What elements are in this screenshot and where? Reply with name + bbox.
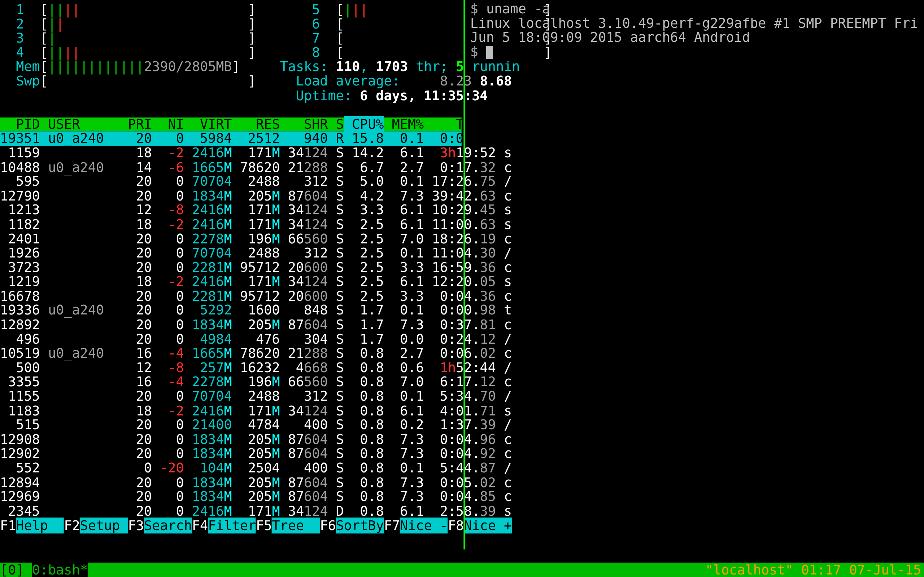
process-header[interactable]: PID USER PRI NI VIRT RES SHR S CPU% MEM%… [0, 117, 462, 132]
function-key-bar[interactable]: F1Help F2Setup F3SearchF4FilterF5Tree F6… [0, 519, 462, 533]
process-row[interactable]: 500 12 -8 257M 16232 4668 S 0.8 0.6 1h52… [0, 361, 462, 376]
statusbar-left: [0] 0:bash* [0, 562, 88, 577]
pane-divider[interactable] [464, 0, 465, 550]
shell-prompt[interactable]: $ [470, 45, 924, 60]
process-row[interactable]: 10488 u0_a240 14 -6 1665M 78620 21288 S … [0, 160, 462, 174]
process-row[interactable]: 515 20 0 21400 4784 400 S 0.8 0.2 1:37.3… [0, 418, 462, 433]
fkey-F2[interactable]: F2 [64, 518, 80, 534]
process-row[interactable]: 552 0 -20 104M 2504 400 S 0.8 0.1 5:44.8… [0, 461, 462, 475]
shell-cmd-line: $ uname -a [470, 2, 924, 16]
meters-block: 1 [|||| ] 5 [||| ] 2 [|| ] 6 [ ] 3 [| ] … [0, 0, 462, 117]
fkey-F4[interactable]: F4 [192, 518, 208, 534]
htop-pane[interactable]: 1 [|||| ] 5 [||| ] 2 [|| ] 6 [ ] 3 [| ] … [0, 0, 462, 562]
shell-pane[interactable]: $ uname -a Linux localhost 3.10.49-perf-… [468, 0, 924, 562]
fkey-F1[interactable]: F1 [0, 518, 16, 534]
process-row[interactable]: 1926 20 0 70704 2488 312 S 2.5 0.1 11:04… [0, 246, 462, 261]
process-row[interactable]: 1182 18 -2 2416M 171M 34124 S 2.5 6.1 11… [0, 218, 462, 232]
process-row[interactable]: 3723 20 0 2281M 95712 20600 S 2.5 3.3 16… [0, 261, 462, 275]
process-row[interactable]: 1155 20 0 70704 2488 312 S 0.8 0.1 5:34.… [0, 390, 462, 404]
tmux-statusbar[interactable]: [0] 0:bash* "localhost" 01:17 07-Jul-15 [0, 562, 924, 577]
process-row[interactable]: 12908 20 0 1834M 205M 87604 S 0.8 7.3 0:… [0, 432, 462, 447]
fkey-F3[interactable]: F3 [128, 518, 144, 534]
process-row[interactable]: 1183 18 -2 2416M 171M 34124 S 0.8 6.1 4:… [0, 404, 462, 418]
process-list[interactable]: 1159 18 -2 2416M 171M 34124 S 14.2 6.1 3… [0, 146, 462, 519]
process-row[interactable]: 12790 20 0 1834M 205M 87604 S 4.2 7.3 39… [0, 189, 462, 203]
statusbar-right: "localhost" 01:17 07-Jul-15 [705, 562, 924, 577]
process-row[interactable]: 12892 20 0 1834M 205M 87604 S 1.7 7.3 0:… [0, 318, 462, 332]
process-row[interactable]: 16678 20 0 2281M 95712 20600 S 2.5 3.3 0… [0, 289, 462, 304]
fkey-F8[interactable]: F8 [448, 518, 464, 534]
cursor-icon [486, 46, 493, 60]
process-row[interactable]: 2401 20 0 2278M 196M 66560 S 2.5 7.0 18:… [0, 232, 462, 246]
process-row[interactable]: 496 20 0 4984 476 304 S 1.7 0.0 0:24.12 … [0, 332, 462, 347]
fkey-F7[interactable]: F7 [384, 518, 400, 534]
selected-process-row[interactable]: 19351 u0_a240 20 0 5984 2512 940 R 15.8 … [0, 132, 462, 146]
process-row[interactable]: 1219 18 -2 2416M 171M 34124 S 2.5 6.1 12… [0, 275, 462, 289]
fkey-F5[interactable]: F5 [256, 518, 272, 534]
process-row[interactable]: 2345 20 0 2416M 171M 34124 D 0.8 6.1 2:5… [0, 504, 462, 519]
shell-output: Linux localhost 3.10.49-perf-g229afbe #1… [470, 16, 924, 45]
process-row[interactable]: 12902 20 0 1834M 205M 87604 S 0.8 7.3 0:… [0, 447, 462, 461]
process-row[interactable]: 19336 u0_a240 20 0 5292 1600 848 S 1.7 0… [0, 304, 462, 318]
process-row[interactable]: 12969 20 0 1834M 205M 87604 S 0.8 7.3 0:… [0, 490, 462, 504]
process-row[interactable]: 1159 18 -2 2416M 171M 34124 S 14.2 6.1 3… [0, 146, 462, 161]
process-row[interactable]: 1213 12 -8 2416M 171M 34124 S 3.3 6.1 10… [0, 203, 462, 218]
process-row[interactable]: 10519 u0_a240 16 -4 1665M 78620 21288 S … [0, 347, 462, 361]
process-row[interactable]: 3355 16 -4 2278M 196M 66560 S 0.8 7.0 6:… [0, 375, 462, 390]
fkey-F6[interactable]: F6 [320, 518, 336, 534]
process-row[interactable]: 12894 20 0 1834M 205M 87604 S 0.8 7.3 0:… [0, 475, 462, 490]
process-row[interactable]: 595 20 0 70704 2488 312 S 5.0 0.1 17:26.… [0, 174, 462, 189]
